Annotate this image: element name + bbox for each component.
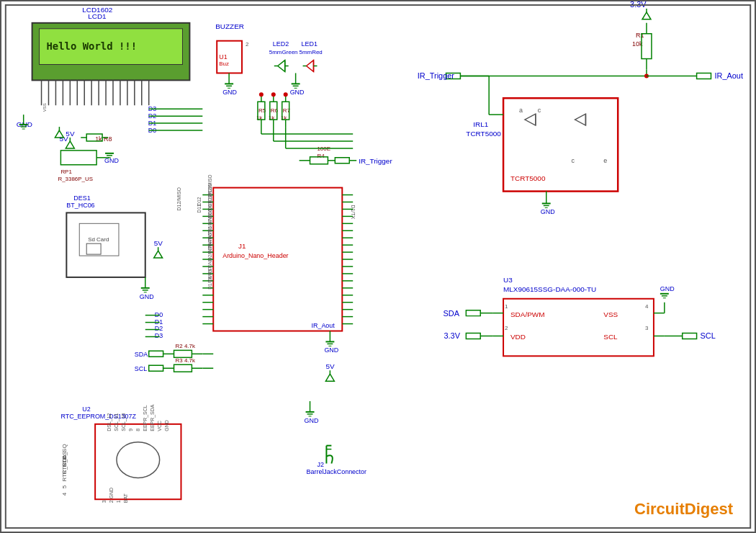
ir-trigger-center: IR_Trigger	[359, 157, 392, 165]
rtc-pin-rtc-sda: RTC_SDA	[61, 454, 68, 482]
svg-text:3: 3	[102, 500, 107, 503]
bt-label: DES1	[73, 194, 90, 202]
gnd-arduino-bottom: GND	[305, 417, 319, 424]
arduino-sublabel: Arduino_Nano_Header	[222, 252, 288, 259]
bt-module-text: Sd Card	[88, 236, 109, 243]
svg-text:EEPR_SDA: EEPR_SDA	[150, 404, 156, 431]
ir-trigger-top: IR_Trigger	[418, 71, 455, 80]
led2-sublabel: 5mmGreen	[269, 49, 298, 55]
svg-text:8: 8	[135, 429, 140, 431]
mlx-pin3: 3	[645, 325, 649, 331]
arduino-pin-labels-left: D12/MISO D11//D10 D9/ICSP D8/OC1 D7/1C0 …	[207, 174, 212, 289]
r1-label: R1	[636, 32, 644, 39]
mlx-sda-pwm: SDA/PWM	[510, 310, 544, 318]
svg-text:2 GND: 2 GND	[109, 488, 114, 503]
buzzer-ref: U1	[219, 53, 227, 61]
rtc-pin-5: 5	[61, 485, 68, 488]
5v-bt: 5V	[154, 239, 163, 247]
led1-sublabel: 5mmRed	[300, 49, 323, 55]
pin-a: a	[519, 107, 523, 114]
lcd-sublabel: LCD1602	[82, 6, 112, 14]
svg-text:VCC: VCC	[157, 421, 162, 431]
j2-sublabel: BarrelJackConnector	[307, 468, 366, 475]
svg-point-218	[259, 92, 264, 97]
ir-aout-net: IR_Aout	[312, 322, 336, 329]
tcrt5000-label: TCRT5000	[466, 130, 501, 138]
rp1-sublabel: R_3386P_US	[58, 176, 93, 182]
svg-text:1: 1	[116, 500, 121, 503]
gnd-bt: GND	[140, 293, 154, 300]
pin-d12: D12/MISO	[176, 187, 181, 210]
lcd-pin-labels: VSS	[43, 103, 48, 112]
d3-bt: D3	[155, 332, 163, 339]
gnd-tcrt: GND	[541, 208, 555, 215]
r3-label: R3 4.7k	[176, 357, 195, 364]
svg-text:BAT: BAT	[123, 493, 128, 503]
brand-prefix: Circuit	[634, 500, 685, 518]
d2-bt: D2	[155, 326, 163, 333]
5v-label-rp1: 5V	[66, 130, 75, 138]
pin-d1: D1/TX	[351, 205, 356, 219]
gnd-rp1: GND	[104, 157, 119, 164]
gnd-mlx: GND	[660, 285, 675, 292]
svg-text:D1/TX: D1/TX	[207, 276, 212, 290]
led1-label: LED1	[302, 40, 318, 48]
sda-label-left: SDA	[135, 351, 148, 358]
mlx-pin4: 4	[645, 303, 649, 310]
arduino-label: J1	[238, 242, 246, 250]
svg-text:SCL_10: SCL_10	[121, 413, 127, 431]
tcrt5000-inner-label: TCRT5000	[510, 174, 546, 182]
svg-text:GND: GND	[164, 420, 169, 431]
u3-label: U3	[503, 276, 513, 284]
3v3-mlx: 3.3V	[444, 331, 461, 340]
mlx-sublabel: MLX90615SSG-DAA-000-TU	[503, 285, 596, 293]
r4-label: R4	[317, 153, 325, 159]
brand-logo: CircuitDigest	[634, 500, 733, 519]
5v-arduino-bottom: 5V	[325, 362, 335, 370]
brand-suffix: Digest	[685, 500, 733, 518]
svg-text:9: 9	[128, 429, 133, 431]
led2-label: LED2	[273, 40, 289, 48]
j2-label: J2	[317, 461, 323, 468]
gnd-ir-aout: GND	[324, 346, 338, 354]
buzzer-buz: Buz	[219, 61, 229, 68]
lcd-display-text: Hello World !!!	[47, 40, 138, 52]
d0-bt: D0	[155, 311, 163, 318]
pin-e: e	[603, 157, 607, 164]
svg-point-220	[284, 92, 288, 97]
svg-point-219	[271, 92, 276, 97]
rp1-label: RP1	[60, 169, 72, 175]
mlx-vss: VSS	[603, 310, 618, 318]
svg-text:EEPR_SCL: EEPR_SCL	[143, 405, 148, 431]
svg-text:DSL_12: DSL_12	[107, 413, 112, 431]
rtc-label: U2	[82, 406, 90, 413]
scl-right: SCL	[701, 331, 716, 340]
ir-aout-right: IR_Aout	[714, 71, 743, 80]
irl1-label: IRL1	[473, 120, 488, 128]
mlx-vdd: VDD	[510, 333, 526, 341]
svg-text:SCL_11: SCL_11	[114, 413, 120, 431]
mlx-pin2: 2	[505, 325, 508, 331]
buzzer-pin2: 2	[246, 41, 249, 48]
pin-c: c	[538, 107, 541, 114]
gnd-buzzer: GND	[222, 89, 237, 96]
d1-bt: D1	[155, 318, 163, 326]
r2-label: R2 4.7k	[176, 343, 195, 349]
pin-c2: c	[572, 157, 575, 164]
rtc-pin-4: 4	[61, 492, 68, 496]
mlx-scl: SCL	[603, 333, 618, 341]
bt-sublabel: BT_HC06	[66, 202, 94, 209]
gnd-led: GND	[290, 89, 305, 96]
pin-label-d11: D11	[197, 204, 202, 212]
sda-mlx: SDA	[444, 309, 460, 318]
buzzer-label: BUZZER	[215, 22, 244, 30]
mlx-pin1: 1	[505, 303, 508, 310]
scl-label-left: SCL	[135, 365, 147, 372]
schematic-canvas: Hello World !!! LCD1 LCD1602 VSS GND 5V	[0, 0, 756, 533]
